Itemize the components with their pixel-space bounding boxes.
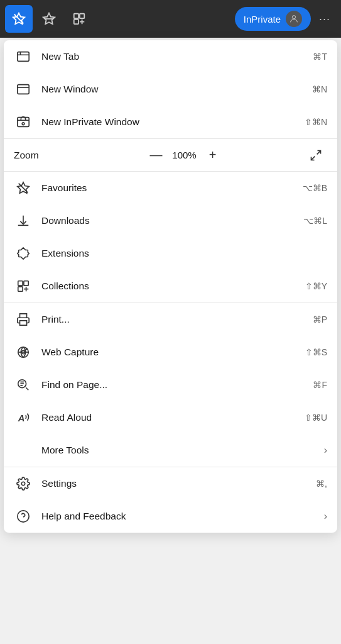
inprivate-label: InPrivate <box>244 14 281 25</box>
more-tools-item[interactable]: More Tools › <box>4 434 337 467</box>
settings-icon <box>14 474 33 493</box>
new-window-shortcut: ⌘N <box>312 84 327 94</box>
print-label: Print... <box>41 314 313 325</box>
settings-shortcut: ⌘, <box>316 479 327 489</box>
print-icon <box>14 310 33 329</box>
web-capture-item[interactable]: Web Capture ⇧⌘S <box>4 336 337 369</box>
svg-rect-11 <box>18 85 29 94</box>
svg-rect-10 <box>18 52 29 62</box>
new-window-icon <box>14 80 33 99</box>
help-icon <box>14 507 33 526</box>
read-aloud-shortcut: ⇧⌘U <box>305 413 327 423</box>
more-options-button[interactable]: ··· <box>313 8 336 30</box>
svg-rect-18 <box>18 281 23 286</box>
read-aloud-item[interactable]: A Read Aloud ⇧⌘U <box>4 401 337 434</box>
find-on-page-label: Find on Page... <box>41 379 313 391</box>
browser-menu: New Tab ⌘T New Window ⌘N N <box>4 40 337 533</box>
favourites-icon <box>14 179 33 197</box>
zoom-label: Zoom <box>14 150 64 161</box>
inprivate-icon <box>14 113 33 131</box>
avatar <box>286 11 302 27</box>
svg-rect-6 <box>74 19 78 24</box>
find-on-page-shortcut: ⌘F <box>313 380 327 390</box>
collections-item[interactable]: Collections ⇧⌘Y <box>4 270 337 303</box>
new-tab-label: New Tab <box>41 51 313 62</box>
downloads-label: Downloads <box>41 215 303 226</box>
web-capture-shortcut: ⇧⌘S <box>305 347 327 357</box>
collections-label: Collections <box>41 280 305 292</box>
svg-rect-23 <box>20 321 27 325</box>
svg-point-29 <box>21 482 25 486</box>
settings-item[interactable]: Settings ⌘, <box>4 467 337 500</box>
downloads-item[interactable]: Downloads ⌥⌘L <box>4 204 337 237</box>
svg-point-9 <box>292 16 295 19</box>
new-tab-shortcut: ⌘T <box>313 52 327 62</box>
zoom-increase-button[interactable]: + <box>200 144 225 167</box>
favourites-label: Favourites <box>41 182 303 194</box>
menu-section-tools: Print... ⌘P Web Capture ⇧⌘S <box>4 303 337 467</box>
print-item[interactable]: Print... ⌘P <box>4 303 337 336</box>
web-capture-label: Web Capture <box>41 347 305 358</box>
reading-list-toolbar-btn[interactable] <box>35 5 63 33</box>
more-tools-icon <box>14 441 33 460</box>
svg-line-14 <box>317 150 321 154</box>
new-inprivate-shortcut: ⇧⌘N <box>305 117 327 127</box>
favourites-toolbar-btn[interactable] <box>5 5 33 33</box>
more-tools-arrow-icon: › <box>324 445 327 456</box>
extensions-label: Extensions <box>41 248 327 259</box>
new-inprivate-label: New InPrivate Window <box>41 116 305 128</box>
zoom-fullscreen-button[interactable] <box>305 144 327 167</box>
zoom-row: Zoom — 100% + <box>4 139 337 172</box>
downloads-icon <box>14 211 33 230</box>
extensions-item[interactable]: Extensions <box>4 237 337 270</box>
web-capture-icon <box>14 343 33 362</box>
inprivate-button[interactable]: InPrivate <box>235 7 311 31</box>
find-on-page-item[interactable]: Find on Page... ⌘F <box>4 369 337 401</box>
new-tab-icon <box>14 47 33 66</box>
collections-icon <box>14 277 33 296</box>
zoom-controls: — 100% + <box>64 144 305 167</box>
svg-rect-5 <box>80 14 84 18</box>
collections-toolbar-btn[interactable] <box>65 5 93 33</box>
svg-line-15 <box>311 156 315 160</box>
more-tools-label: More Tools <box>41 445 319 456</box>
favourites-item[interactable]: Favourites ⌥⌘B <box>4 172 337 204</box>
menu-section-new: New Tab ⌘T New Window ⌘N N <box>4 40 337 139</box>
zoom-value: 100% <box>169 150 200 160</box>
svg-rect-19 <box>24 281 28 286</box>
new-inprivate-item[interactable]: New InPrivate Window ⇧⌘N <box>4 106 337 138</box>
svg-point-13 <box>22 123 24 125</box>
find-icon <box>14 375 33 394</box>
svg-rect-4 <box>74 14 78 18</box>
new-tab-item[interactable]: New Tab ⌘T <box>4 40 337 73</box>
read-aloud-label: Read Aloud <box>41 412 305 423</box>
settings-label: Settings <box>41 478 316 489</box>
downloads-shortcut: ⌥⌘L <box>303 216 327 226</box>
new-window-item[interactable]: New Window ⌘N <box>4 73 337 106</box>
read-aloud-icon: A <box>14 408 33 427</box>
svg-point-30 <box>18 511 29 522</box>
collections-shortcut: ⇧⌘Y <box>305 281 327 291</box>
zoom-decrease-button[interactable]: — <box>144 144 169 167</box>
extensions-icon <box>14 244 33 263</box>
new-window-label: New Window <box>41 84 312 95</box>
svg-rect-20 <box>18 287 23 291</box>
svg-text:A: A <box>18 413 25 423</box>
browser-toolbar: InPrivate ··· <box>0 0 341 38</box>
favourites-shortcut: ⌥⌘B <box>303 183 327 193</box>
help-feedback-arrow-icon: › <box>324 511 327 522</box>
help-feedback-item[interactable]: Help and Feedback › <box>4 500 337 533</box>
menu-section-settings: Settings ⌘, Help and Feedback › <box>4 467 337 533</box>
menu-section-bookmarks: Favourites ⌥⌘B Downloads ⌥⌘L Extensions <box>4 172 337 303</box>
print-shortcut: ⌘P <box>313 314 327 325</box>
help-feedback-label: Help and Feedback <box>41 511 319 522</box>
